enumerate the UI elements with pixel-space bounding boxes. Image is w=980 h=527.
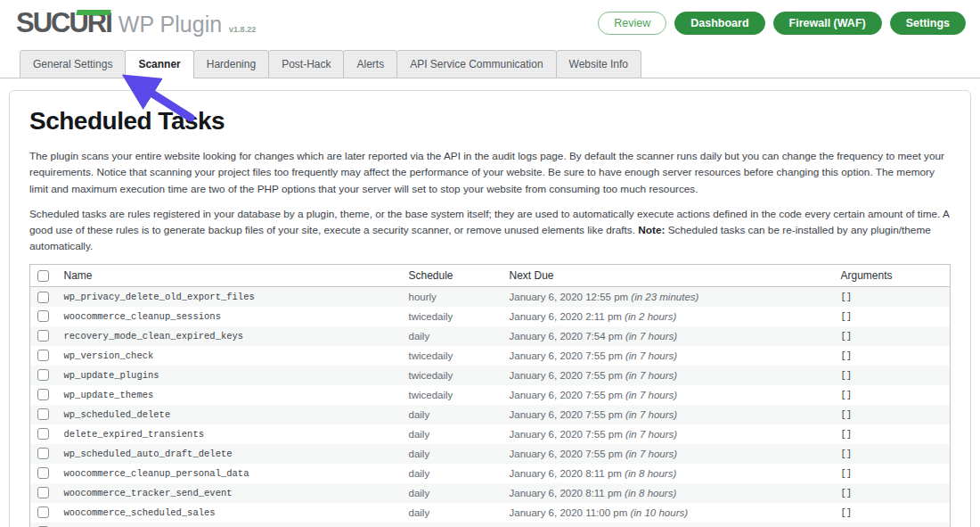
row-checkbox-cell [30, 307, 57, 326]
task-schedule: daily [402, 503, 502, 523]
task-schedule: hourly [402, 287, 502, 307]
app-header: SUCURI WP Plugin v1.8.22 ReviewDashboard… [0, 0, 980, 50]
row-checkbox[interactable] [37, 330, 49, 342]
select-all-cell [30, 264, 57, 286]
table-row: woocommerce_tracker_send_event daily Jan… [30, 483, 951, 503]
row-checkbox[interactable] [37, 467, 49, 479]
scheduled-tasks-panel: Scheduled Tasks The plugin scans your en… [9, 90, 971, 527]
task-name: woocommerce_cleanup_sessions [64, 311, 221, 322]
row-checkbox-cell [30, 464, 57, 483]
task-name: wp_scheduled_delete [64, 409, 171, 420]
row-checkbox-cell [30, 366, 57, 385]
row-checkbox-cell [30, 424, 57, 444]
settings-button[interactable]: Settings [890, 12, 966, 35]
header-buttons: ReviewDashboardFirewall (WAF)Settings [598, 12, 966, 35]
table-row: woocommerce_cleanup_sessions twicedaily … [30, 307, 951, 326]
task-name: woocommerce_cleanup_personal_data [64, 468, 249, 479]
task-schedule: twicedaily [402, 346, 502, 366]
task-next-due: January 6, 2020 8:11 pm (in 8 hours) [502, 483, 834, 503]
column-header-arguments: Arguments [834, 264, 951, 286]
task-name: wp_scheduled_auto_draft_delete [64, 449, 233, 459]
task-next-due: January 6, 2020 2:11 pm (in 2 hours) [502, 307, 834, 326]
tab-scanner[interactable]: Scanner [125, 50, 193, 78]
task-arguments: [] [841, 350, 853, 361]
task-schedule: daily [402, 444, 502, 464]
task-next-due: January 6, 2020 7:55 pm (in 7 hours) [502, 385, 834, 405]
tasks-tbody: wp_privacy_delete_old_export_files hourl… [30, 287, 951, 527]
task-arguments: [] [841, 370, 853, 381]
product-name: WP Plugin [118, 12, 222, 37]
task-arguments: [] [841, 331, 853, 342]
row-checkbox-cell [30, 385, 57, 405]
row-checkbox[interactable] [37, 389, 49, 400]
task-arguments: [] [841, 311, 853, 322]
row-checkbox-cell [30, 346, 57, 366]
task-arguments: [] [841, 449, 853, 459]
task-arguments: [] [841, 429, 853, 440]
table-row: woocommerce_cleanup_personal_data daily … [30, 464, 951, 483]
task-next-due: January 6, 2020 8:11 pm (in 8 hours) [502, 464, 834, 483]
task-name: wp_update_plugins [64, 370, 159, 381]
task-schedule: daily [402, 523, 502, 527]
task-name: delete_expired_transients [64, 429, 205, 440]
task-next-due: January 6, 2020 7:55 pm (in 7 hours) [502, 444, 834, 464]
row-checkbox-cell [30, 503, 57, 523]
sucuri-logo-text: SUCURI [16, 9, 111, 37]
task-next-due: January 6, 2020 11:00 pm (in 10 hours) [502, 503, 834, 523]
task-next-due: January 6, 2020 12:55 pm (in 23 minutes) [502, 287, 834, 307]
task-next-due: January 6, 2020 7:55 pm (in 7 hours) [502, 424, 834, 444]
task-schedule: daily [402, 424, 502, 444]
row-checkbox[interactable] [37, 310, 49, 322]
select-all-checkbox[interactable] [37, 270, 49, 282]
column-header-next-due: Next Due [502, 264, 834, 286]
tab-website-info[interactable]: Website Info [556, 50, 641, 78]
task-arguments: [] [841, 390, 853, 400]
row-checkbox-cell [30, 405, 57, 424]
tab-alerts[interactable]: Alerts [343, 50, 397, 78]
task-schedule: twicedaily [402, 385, 502, 405]
row-checkbox[interactable] [37, 448, 49, 459]
table-row: wp_scheduled_delete daily January 6, 202… [30, 405, 951, 424]
task-arguments: [] [841, 292, 853, 302]
row-checkbox[interactable] [37, 487, 49, 498]
row-checkbox[interactable] [37, 292, 49, 303]
row-checkbox[interactable] [37, 350, 49, 361]
task-arguments: [] [841, 507, 853, 518]
dashboard-button[interactable]: Dashboard [674, 12, 764, 35]
sucuri-logo: SUCURI WP Plugin v1.8.22 [16, 9, 256, 37]
scheduled-tasks-table: Name Schedule Next Due Arguments wp_priv… [29, 264, 951, 527]
task-name: wp_version_check [64, 350, 154, 361]
tab-hardening[interactable]: Hardening [193, 50, 269, 78]
column-header-schedule: Schedule [402, 264, 502, 286]
task-arguments: [] [841, 409, 853, 420]
table-row: wp_update_themes twicedaily January 6, 2… [30, 385, 951, 405]
firewall-waf-button[interactable]: Firewall (WAF) [773, 12, 882, 35]
row-checkbox[interactable] [37, 428, 49, 440]
row-checkbox-cell [30, 326, 57, 346]
task-next-due: January 6, 2020 7:55 pm (in 7 hours) [502, 405, 834, 424]
review-button[interactable]: Review [598, 12, 666, 35]
tab-post-hack[interactable]: Post-Hack [268, 50, 344, 78]
row-checkbox[interactable] [37, 506, 49, 518]
task-arguments: [] [841, 488, 853, 498]
table-row: wp_privacy_delete_old_export_files hourl… [30, 287, 951, 307]
row-checkbox[interactable] [37, 369, 49, 381]
column-header-name: Name [57, 264, 402, 286]
table-row: wp_update_plugins twicedaily January 6, … [30, 366, 951, 385]
row-checkbox-cell [30, 444, 57, 464]
task-next-due: January 6, 2020 7:55 pm (in 7 hours) [502, 366, 834, 385]
task-schedule: daily [402, 326, 502, 346]
tab-general-settings[interactable]: General Settings [20, 50, 126, 78]
task-next-due: January 6, 2020 7:55 pm (in 7 hours) [502, 346, 834, 366]
table-row: recovery_mode_clean_expired_keys daily J… [30, 326, 951, 346]
table-row: delete_expired_transients daily January … [30, 424, 951, 444]
task-next-due: January 6, 2020 11:11 pm (in 11 hours) [502, 523, 834, 527]
task-schedule: twicedaily [402, 366, 502, 385]
nav-tabbar: General SettingsScannerHardeningPost-Hac… [0, 50, 980, 78]
task-next-due: January 6, 2020 7:54 pm (in 7 hours) [502, 326, 834, 346]
row-checkbox-cell [30, 523, 57, 527]
tab-api-service-communication[interactable]: API Service Communication [396, 50, 556, 78]
note-label: Note: [638, 224, 665, 236]
task-name: wp_privacy_delete_old_export_files [64, 292, 255, 302]
row-checkbox[interactable] [37, 408, 49, 420]
